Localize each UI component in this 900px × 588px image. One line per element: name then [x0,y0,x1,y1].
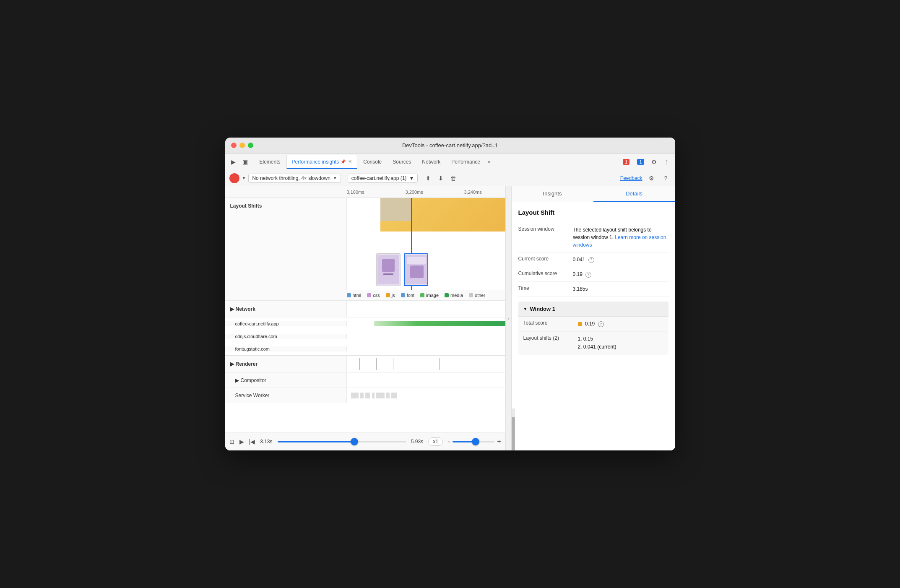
right-panel: Insights Details Layout Shift Session wi… [512,186,675,450]
devtools-window: DevTools - coffee-cart.netlify.app/?ad=1… [225,138,675,450]
right-panel-scrollbar[interactable] [512,408,515,450]
css-color-dot [367,293,371,297]
cursor-icon[interactable]: ▶ [229,157,239,167]
tick-2 [376,358,377,370]
cumulative-score-value: 0.19 ? [573,271,668,278]
error-badge-button[interactable]: 1 [620,158,632,166]
tab-details[interactable]: Details [593,186,675,202]
screenshot-1[interactable] [376,253,401,286]
time-value: 3.185s [573,285,668,293]
current-score-key: Current score [518,256,573,262]
throttle-select[interactable]: No network throttling, 4× slowdown ▼ [248,174,341,183]
js-color-dot [386,293,390,297]
cumulative-score-key: Cumulative score [518,271,573,276]
chevron-down-icon: ▼ [333,176,337,180]
compositor-expand-icon[interactable]: ▶ [235,377,239,383]
tab-elements[interactable]: Elements [255,155,286,169]
slider-fill [278,441,355,442]
tick-3 [393,358,393,370]
legend-html: html [347,293,362,298]
speed-button[interactable]: x1 [428,437,443,446]
network-bar-area-2 [347,332,505,341]
tab-network[interactable]: Network [417,155,445,169]
section-title: Layout Shift [518,209,668,216]
close-button[interactable] [231,143,237,148]
current-score-help-icon[interactable]: ? [588,257,594,263]
more-options-icon[interactable]: ⋮ [662,157,672,167]
layout-shifts-row: Layout Shifts [225,198,505,290]
panel-collapse-handle[interactable]: › [506,186,512,450]
download-icon[interactable]: ⬇ [435,173,446,184]
zoom-thumb[interactable] [472,438,479,445]
help-icon[interactable]: ? [661,173,671,183]
service-worker-content [347,388,505,403]
window-1-header[interactable]: ▼ Window 1 [518,302,668,317]
window-1-rows: Total score 0.19 ? Layout shifts (2) [518,317,668,355]
detail-time: Time 3.185s [518,282,668,297]
zoom-in-icon[interactable]: + [497,438,501,445]
timeline-slider[interactable] [278,441,406,442]
slider-thumb[interactable] [351,438,358,445]
inspect-icon[interactable]: ▣ [240,157,250,167]
info-badge-button[interactable]: 1 [635,158,646,166]
time-mark-3: 3,240ms [464,190,506,195]
media-color-dot [445,293,449,297]
zoom-area: - + [448,438,501,445]
error-count: 1 [623,159,629,165]
network-expand-icon[interactable]: ▶ [230,306,234,312]
url-select[interactable]: coffee-cart.netlify.app (1) ▼ [348,174,418,183]
gray-shift-bar [380,198,412,221]
window-total-score: Total score 0.19 ? [520,317,667,332]
renderer-expand-icon[interactable]: ▶ [230,361,234,367]
collapse-arrow-icon: › [508,316,509,321]
record-button[interactable] [229,173,239,183]
renderer-label[interactable]: ▶ Renderer [225,356,347,372]
delete-icon[interactable]: 🗑 [448,173,459,184]
tab-performance-insights[interactable]: Performance insights 📌 ✕ [286,155,358,169]
pin-icon: 📌 [341,159,346,164]
compositor-row: ▶ Compositor [225,373,505,388]
tabs-overflow[interactable]: » [488,159,491,165]
titlebar: DevTools - coffee-cart.netlify.app/?ad=1 [225,138,675,154]
feedback-button[interactable]: Feedback [620,175,642,181]
service-worker-label: Service Worker [225,388,347,403]
settings-small-icon[interactable]: ⚙ [647,173,657,183]
detail-current-score: Current score 0.041 ? [518,252,668,267]
current-score-value: 0.041 ? [573,256,668,263]
timeline-content[interactable]: Layout Shifts [225,198,505,432]
network-label[interactable]: ▶ Network [225,301,347,317]
play-icon[interactable]: ▶ [239,438,244,445]
zoom-slider[interactable] [453,441,494,442]
renderer-row: ▶ Renderer [225,355,505,373]
network-bar-1 [374,321,505,326]
record-dropdown[interactable]: ▼ [242,176,246,180]
tab-console[interactable]: Console [358,155,387,169]
legend-font: font [401,293,414,298]
total-score-help-icon[interactable]: ? [598,321,604,327]
upload-icon[interactable]: ⬆ [423,173,434,184]
settings-icon[interactable]: ⚙ [649,157,659,167]
zoom-out-icon[interactable]: - [448,438,450,445]
cumulative-score-help-icon[interactable]: ? [585,272,591,278]
font-color-dot [401,293,405,297]
time-mark-1: 3,160ms [347,190,406,195]
session-window-key: Session window [518,226,573,232]
right-tabs: Insights Details [512,186,675,202]
screenshot-2[interactable] [404,253,428,286]
info-count: 1 [637,159,644,165]
tab-close-icon[interactable]: ✕ [348,159,352,164]
timeline-panel: 3,160ms 3,200ms 3,240ms 3,280ms Layout S… [225,186,506,450]
time-start-label: 3.13s [260,439,272,445]
shift-visual-area[interactable] [347,198,505,290]
tab-sources[interactable]: Sources [388,155,416,169]
mini-bar-7 [391,393,397,398]
network-item-2: cdnjs.cloudflare.com [225,330,505,343]
minimize-button[interactable] [239,143,245,148]
tab-insights[interactable]: Insights [512,186,593,202]
skip-to-start-icon[interactable]: |◀ [249,438,255,445]
screenshot-toggle-icon[interactable]: ⊡ [229,438,234,445]
toolbar: ▼ No network throttling, 4× slowdown ▼ c… [225,170,675,186]
tab-performance[interactable]: Performance [446,155,485,169]
scrollbar-thumb[interactable] [512,417,515,450]
maximize-button[interactable] [248,143,253,148]
